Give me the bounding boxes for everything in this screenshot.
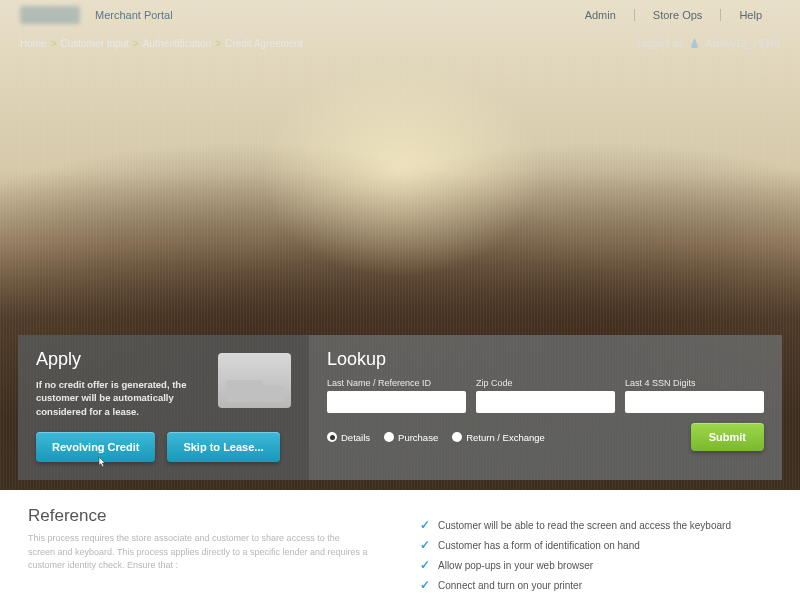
checklist-item: ✓Allow pop-ups in your web browser: [420, 558, 772, 572]
crumb-home[interactable]: Home: [20, 38, 47, 49]
reference-body: This process requires the store associat…: [28, 532, 368, 573]
check-icon: ✓: [420, 518, 430, 532]
cursor-pointer-icon: [96, 456, 108, 470]
logged-prefix: Logged as: [637, 38, 684, 49]
lookup-title: Lookup: [327, 349, 764, 370]
input-lastname[interactable]: [327, 391, 466, 413]
check-icon: ✓: [420, 558, 430, 572]
label-lastname: Last Name / Reference ID: [327, 378, 466, 388]
product-thumbnail: [218, 353, 291, 408]
submit-button[interactable]: Submit: [691, 423, 764, 451]
top-bar: Merchant Portal Admin Store Ops Help: [0, 0, 800, 30]
lookup-panel: Lookup Last Name / Reference ID Zip Code…: [309, 335, 782, 480]
portal-label: Merchant Portal: [95, 9, 173, 21]
apply-panel: Apply If no credit offer is generated, t…: [18, 335, 309, 480]
revolving-credit-button[interactable]: Revolving Credit: [36, 432, 155, 462]
brand-logo: [20, 6, 80, 24]
apply-description: If no credit offer is generated, the cus…: [36, 378, 206, 418]
nav-store-ops[interactable]: Store Ops: [635, 9, 722, 21]
nav-help[interactable]: Help: [721, 9, 780, 21]
crumb-customer-input[interactable]: Customer Input: [61, 38, 129, 49]
crumb-credit[interactable]: Credit Agreement: [225, 38, 303, 49]
reference-checklist: ✓Customer will be able to read the scree…: [420, 506, 772, 584]
crumb-auth[interactable]: Authentification: [143, 38, 211, 49]
reference-section: Reference This process requires the stor…: [0, 490, 800, 600]
input-ssn[interactable]: [625, 391, 764, 413]
checklist-item: ✓Customer has a form of identification o…: [420, 538, 772, 552]
breadcrumb-bar: Home > Customer Input > Authentification…: [0, 30, 800, 56]
check-icon: ✓: [420, 538, 430, 552]
skip-to-lease-button[interactable]: Skip to Lease...: [167, 432, 279, 462]
reference-title: Reference: [28, 506, 380, 526]
radio-details[interactable]: Details: [327, 432, 370, 443]
check-icon: ✓: [420, 578, 430, 592]
checklist-item: ✓Connect and turn on your printer: [420, 578, 772, 592]
nav-admin[interactable]: Admin: [567, 9, 635, 21]
radio-return[interactable]: Return / Exchange: [452, 432, 545, 443]
logged-as: Logged as Ashley12_29340: [637, 38, 780, 49]
label-zip: Zip Code: [476, 378, 615, 388]
top-nav: Admin Store Ops Help: [567, 9, 780, 21]
lookup-radio-group: Details Purchase Return / Exchange: [327, 432, 545, 443]
label-ssn: Last 4 SSN Digits: [625, 378, 764, 388]
checklist-item: ✓Customer will be able to read the scree…: [420, 518, 772, 532]
input-zip[interactable]: [476, 391, 615, 413]
radio-purchase[interactable]: Purchase: [384, 432, 438, 443]
user-icon: [689, 38, 699, 48]
username: Ashley12_29340: [705, 38, 780, 49]
